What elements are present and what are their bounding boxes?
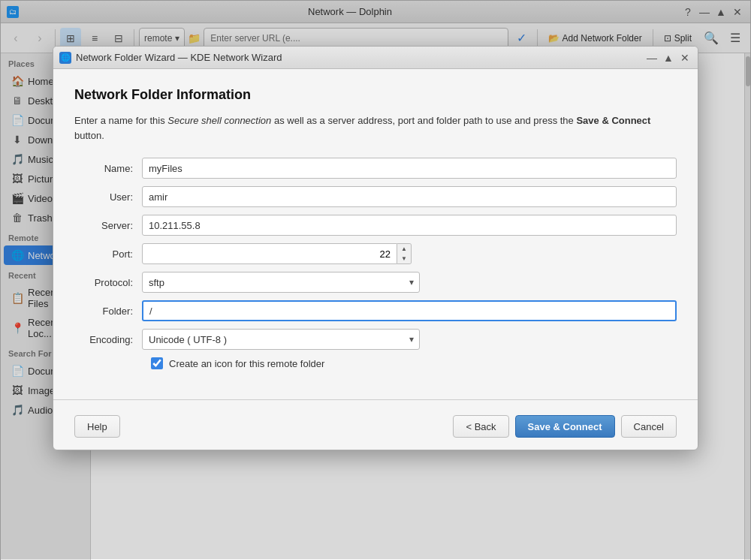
dialog-close-button[interactable]: ✕	[678, 51, 692, 65]
form-row-name: Name:	[74, 158, 677, 179]
protocol-select-wrap: sftp ftp smb webdav ▾	[142, 272, 420, 293]
dialog-overlay: 🌐 Network Folder Wizard — KDE Network Wi…	[1, 1, 750, 559]
protocol-label: Protocol:	[74, 277, 142, 288]
dialog-minimize-button[interactable]: —	[645, 51, 659, 65]
port-label: Port:	[74, 248, 142, 260]
form-row-protocol: Protocol: sftp ftp smb webdav ▾	[74, 272, 677, 293]
dialog-title-bar: 🌐 Network Folder Wizard — KDE Network Wi…	[53, 47, 698, 69]
dialog-maximize-button[interactable]: ▲	[662, 51, 675, 65]
checkbox-row: Create an icon for this remote folder	[74, 357, 677, 369]
port-spinner: ▲ ▼	[397, 243, 412, 264]
desc-plain-2: as well as a server address, port and fo…	[271, 115, 576, 126]
folder-input[interactable]	[142, 300, 677, 321]
form-row-encoding: Encoding: Unicode ( UTF-8 ) Latin-1 UTF-…	[74, 329, 677, 350]
encoding-select-wrap: Unicode ( UTF-8 ) Latin-1 UTF-16 ▾	[142, 329, 420, 350]
network-folder-wizard-dialog: 🌐 Network Folder Wizard — KDE Network Wi…	[53, 46, 698, 450]
encoding-select[interactable]: Unicode ( UTF-8 ) Latin-1 UTF-16	[142, 329, 420, 350]
protocol-select[interactable]: sftp ftp smb webdav	[142, 272, 420, 293]
desc-italic: Secure shell connection	[167, 115, 271, 126]
dialog-footer: Help < Back Save & Connect Cancel	[53, 409, 698, 450]
port-decrement-button[interactable]: ▼	[397, 254, 411, 263]
footer-right: < Back Save & Connect Cancel	[453, 415, 677, 438]
desc-plain-1: Enter a name for this	[74, 115, 167, 126]
create-icon-label: Create an icon for this remote folder	[169, 358, 324, 369]
encoding-label: Encoding:	[74, 334, 142, 345]
dialog-app-icon: 🌐	[59, 52, 71, 64]
port-input[interactable]	[142, 243, 397, 264]
server-input[interactable]	[142, 215, 677, 236]
name-input[interactable]	[142, 158, 677, 179]
user-input[interactable]	[142, 186, 677, 207]
help-button[interactable]: Help	[74, 415, 120, 438]
folder-label: Folder:	[74, 306, 142, 317]
dolphin-window: 🗂 Network — Dolphin ? — ▲ ✕ ‹ › ⊞ ≡ ⊟ re…	[0, 0, 751, 560]
cancel-button[interactable]: Cancel	[621, 415, 677, 438]
create-icon-checkbox[interactable]	[151, 357, 163, 369]
user-label: User:	[74, 191, 142, 203]
port-increment-button[interactable]: ▲	[397, 244, 411, 254]
dialog-title-left: 🌐 Network Folder Wizard — KDE Network Wi…	[59, 52, 282, 64]
dialog-description: Enter a name for this Secure shell conne…	[74, 113, 677, 143]
desc-plain-3: button.	[74, 130, 104, 141]
form-row-port: Port: ▲ ▼	[74, 243, 677, 264]
dialog-controls: — ▲ ✕	[645, 51, 692, 65]
dialog-title: Network Folder Wizard — KDE Network Wiza…	[76, 52, 282, 63]
back-button[interactable]: < Back	[453, 415, 508, 438]
dialog-content: Network Folder Information Enter a name …	[53, 69, 698, 387]
dialog-heading: Network Folder Information	[74, 87, 677, 103]
form-row-user: User:	[74, 186, 677, 207]
save-connect-button[interactable]: Save & Connect	[515, 415, 615, 438]
port-input-wrap: ▲ ▼	[142, 243, 420, 264]
name-label: Name:	[74, 163, 142, 174]
dialog-separator	[53, 399, 698, 400]
desc-bold: Save & Connect	[576, 115, 650, 126]
form-row-folder: Folder:	[74, 300, 677, 321]
server-label: Server:	[74, 220, 142, 231]
form-row-server: Server:	[74, 215, 677, 236]
